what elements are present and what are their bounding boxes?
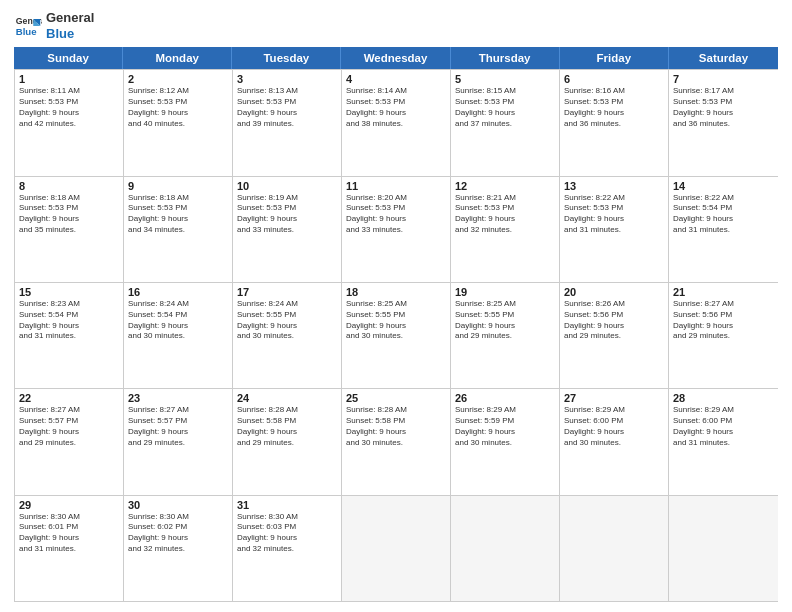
day-number: 6 bbox=[564, 73, 664, 85]
header-day-monday: Monday bbox=[123, 47, 232, 69]
calendar-cell-day-17: 17Sunrise: 8:24 AM Sunset: 5:55 PM Dayli… bbox=[233, 283, 342, 388]
calendar-cell-day-12: 12Sunrise: 8:21 AM Sunset: 5:53 PM Dayli… bbox=[451, 177, 560, 282]
day-number: 28 bbox=[673, 392, 774, 404]
calendar-cell-day-25: 25Sunrise: 8:28 AM Sunset: 5:58 PM Dayli… bbox=[342, 389, 451, 494]
calendar-cell-day-15: 15Sunrise: 8:23 AM Sunset: 5:54 PM Dayli… bbox=[15, 283, 124, 388]
calendar-cell-day-27: 27Sunrise: 8:29 AM Sunset: 6:00 PM Dayli… bbox=[560, 389, 669, 494]
calendar-cell-day-16: 16Sunrise: 8:24 AM Sunset: 5:54 PM Dayli… bbox=[124, 283, 233, 388]
day-info: Sunrise: 8:26 AM Sunset: 5:56 PM Dayligh… bbox=[564, 299, 664, 342]
day-info: Sunrise: 8:27 AM Sunset: 5:57 PM Dayligh… bbox=[19, 405, 119, 448]
day-number: 8 bbox=[19, 180, 119, 192]
calendar-cell-day-2: 2Sunrise: 8:12 AM Sunset: 5:53 PM Daylig… bbox=[124, 70, 233, 175]
day-number: 17 bbox=[237, 286, 337, 298]
calendar-row-3: 15Sunrise: 8:23 AM Sunset: 5:54 PM Dayli… bbox=[15, 282, 778, 388]
calendar-header: SundayMondayTuesdayWednesdayThursdayFrid… bbox=[14, 47, 778, 69]
header-day-friday: Friday bbox=[560, 47, 669, 69]
header-day-saturday: Saturday bbox=[669, 47, 778, 69]
day-number: 13 bbox=[564, 180, 664, 192]
calendar-cell-day-7: 7Sunrise: 8:17 AM Sunset: 5:53 PM Daylig… bbox=[669, 70, 778, 175]
calendar-cell-day-5: 5Sunrise: 8:15 AM Sunset: 5:53 PM Daylig… bbox=[451, 70, 560, 175]
day-info: Sunrise: 8:18 AM Sunset: 5:53 PM Dayligh… bbox=[128, 193, 228, 236]
day-info: Sunrise: 8:22 AM Sunset: 5:54 PM Dayligh… bbox=[673, 193, 774, 236]
day-number: 2 bbox=[128, 73, 228, 85]
calendar-cell-day-10: 10Sunrise: 8:19 AM Sunset: 5:53 PM Dayli… bbox=[233, 177, 342, 282]
calendar-cell-day-26: 26Sunrise: 8:29 AM Sunset: 5:59 PM Dayli… bbox=[451, 389, 560, 494]
calendar-cell-day-3: 3Sunrise: 8:13 AM Sunset: 5:53 PM Daylig… bbox=[233, 70, 342, 175]
calendar-cell-day-30: 30Sunrise: 8:30 AM Sunset: 6:02 PM Dayli… bbox=[124, 496, 233, 601]
day-number: 27 bbox=[564, 392, 664, 404]
day-info: Sunrise: 8:14 AM Sunset: 5:53 PM Dayligh… bbox=[346, 86, 446, 129]
day-info: Sunrise: 8:13 AM Sunset: 5:53 PM Dayligh… bbox=[237, 86, 337, 129]
calendar-cell-day-20: 20Sunrise: 8:26 AM Sunset: 5:56 PM Dayli… bbox=[560, 283, 669, 388]
logo-text-blue: Blue bbox=[46, 26, 94, 42]
day-info: Sunrise: 8:22 AM Sunset: 5:53 PM Dayligh… bbox=[564, 193, 664, 236]
day-info: Sunrise: 8:25 AM Sunset: 5:55 PM Dayligh… bbox=[455, 299, 555, 342]
day-number: 10 bbox=[237, 180, 337, 192]
day-number: 21 bbox=[673, 286, 774, 298]
day-info: Sunrise: 8:20 AM Sunset: 5:53 PM Dayligh… bbox=[346, 193, 446, 236]
day-info: Sunrise: 8:23 AM Sunset: 5:54 PM Dayligh… bbox=[19, 299, 119, 342]
calendar-cell-day-24: 24Sunrise: 8:28 AM Sunset: 5:58 PM Dayli… bbox=[233, 389, 342, 494]
day-number: 31 bbox=[237, 499, 337, 511]
day-number: 19 bbox=[455, 286, 555, 298]
day-number: 15 bbox=[19, 286, 119, 298]
calendar-row-2: 8Sunrise: 8:18 AM Sunset: 5:53 PM Daylig… bbox=[15, 176, 778, 282]
day-number: 4 bbox=[346, 73, 446, 85]
page-container: General Blue General Blue SundayMondayTu… bbox=[0, 0, 792, 612]
header-day-thursday: Thursday bbox=[451, 47, 560, 69]
day-number: 7 bbox=[673, 73, 774, 85]
calendar-cell-empty-4-5 bbox=[560, 496, 669, 601]
svg-text:Blue: Blue bbox=[16, 25, 37, 36]
day-info: Sunrise: 8:15 AM Sunset: 5:53 PM Dayligh… bbox=[455, 86, 555, 129]
calendar-cell-day-14: 14Sunrise: 8:22 AM Sunset: 5:54 PM Dayli… bbox=[669, 177, 778, 282]
day-info: Sunrise: 8:17 AM Sunset: 5:53 PM Dayligh… bbox=[673, 86, 774, 129]
day-info: Sunrise: 8:12 AM Sunset: 5:53 PM Dayligh… bbox=[128, 86, 228, 129]
day-number: 23 bbox=[128, 392, 228, 404]
day-info: Sunrise: 8:16 AM Sunset: 5:53 PM Dayligh… bbox=[564, 86, 664, 129]
day-number: 12 bbox=[455, 180, 555, 192]
day-number: 14 bbox=[673, 180, 774, 192]
calendar-cell-empty-4-3 bbox=[342, 496, 451, 601]
day-info: Sunrise: 8:30 AM Sunset: 6:02 PM Dayligh… bbox=[128, 512, 228, 555]
day-info: Sunrise: 8:29 AM Sunset: 5:59 PM Dayligh… bbox=[455, 405, 555, 448]
day-info: Sunrise: 8:28 AM Sunset: 5:58 PM Dayligh… bbox=[237, 405, 337, 448]
day-number: 5 bbox=[455, 73, 555, 85]
day-info: Sunrise: 8:24 AM Sunset: 5:54 PM Dayligh… bbox=[128, 299, 228, 342]
day-number: 24 bbox=[237, 392, 337, 404]
calendar-cell-day-4: 4Sunrise: 8:14 AM Sunset: 5:53 PM Daylig… bbox=[342, 70, 451, 175]
day-number: 26 bbox=[455, 392, 555, 404]
day-number: 29 bbox=[19, 499, 119, 511]
calendar-body: 1Sunrise: 8:11 AM Sunset: 5:53 PM Daylig… bbox=[14, 69, 778, 602]
day-info: Sunrise: 8:25 AM Sunset: 5:55 PM Dayligh… bbox=[346, 299, 446, 342]
day-number: 30 bbox=[128, 499, 228, 511]
calendar-cell-empty-4-6 bbox=[669, 496, 778, 601]
day-info: Sunrise: 8:11 AM Sunset: 5:53 PM Dayligh… bbox=[19, 86, 119, 129]
day-info: Sunrise: 8:19 AM Sunset: 5:53 PM Dayligh… bbox=[237, 193, 337, 236]
day-info: Sunrise: 8:18 AM Sunset: 5:53 PM Dayligh… bbox=[19, 193, 119, 236]
calendar-cell-day-31: 31Sunrise: 8:30 AM Sunset: 6:03 PM Dayli… bbox=[233, 496, 342, 601]
header-day-wednesday: Wednesday bbox=[341, 47, 450, 69]
calendar-cell-day-9: 9Sunrise: 8:18 AM Sunset: 5:53 PM Daylig… bbox=[124, 177, 233, 282]
day-number: 22 bbox=[19, 392, 119, 404]
calendar-cell-day-1: 1Sunrise: 8:11 AM Sunset: 5:53 PM Daylig… bbox=[15, 70, 124, 175]
day-number: 3 bbox=[237, 73, 337, 85]
logo-icon: General Blue bbox=[14, 12, 42, 40]
day-info: Sunrise: 8:30 AM Sunset: 6:01 PM Dayligh… bbox=[19, 512, 119, 555]
day-number: 9 bbox=[128, 180, 228, 192]
header-day-tuesday: Tuesday bbox=[232, 47, 341, 69]
day-info: Sunrise: 8:21 AM Sunset: 5:53 PM Dayligh… bbox=[455, 193, 555, 236]
calendar-cell-day-6: 6Sunrise: 8:16 AM Sunset: 5:53 PM Daylig… bbox=[560, 70, 669, 175]
calendar-row-5: 29Sunrise: 8:30 AM Sunset: 6:01 PM Dayli… bbox=[15, 495, 778, 601]
day-info: Sunrise: 8:29 AM Sunset: 6:00 PM Dayligh… bbox=[564, 405, 664, 448]
day-number: 1 bbox=[19, 73, 119, 85]
logo-text-general: General bbox=[46, 10, 94, 26]
calendar-cell-day-18: 18Sunrise: 8:25 AM Sunset: 5:55 PM Dayli… bbox=[342, 283, 451, 388]
day-number: 18 bbox=[346, 286, 446, 298]
day-info: Sunrise: 8:27 AM Sunset: 5:56 PM Dayligh… bbox=[673, 299, 774, 342]
calendar-cell-day-8: 8Sunrise: 8:18 AM Sunset: 5:53 PM Daylig… bbox=[15, 177, 124, 282]
header: General Blue General Blue bbox=[14, 10, 778, 41]
day-info: Sunrise: 8:29 AM Sunset: 6:00 PM Dayligh… bbox=[673, 405, 774, 448]
calendar-cell-day-28: 28Sunrise: 8:29 AM Sunset: 6:00 PM Dayli… bbox=[669, 389, 778, 494]
day-number: 25 bbox=[346, 392, 446, 404]
day-number: 11 bbox=[346, 180, 446, 192]
